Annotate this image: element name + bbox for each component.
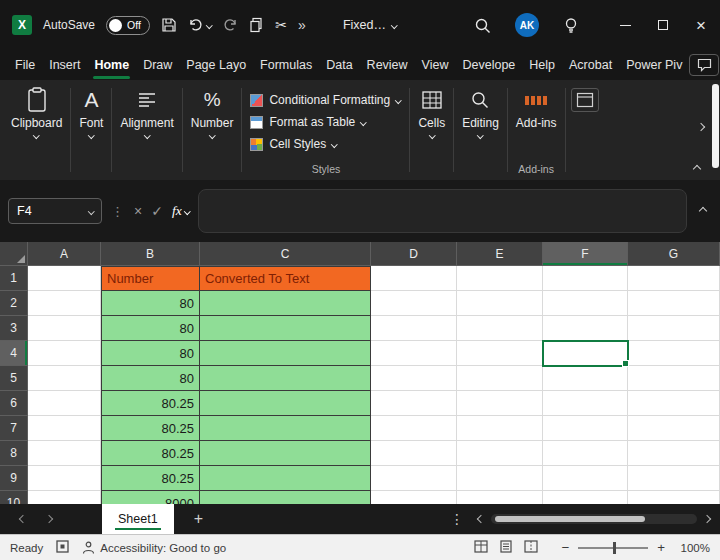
font-button[interactable]: A Font xyxy=(79,87,103,138)
cell-B8[interactable]: 80.25 xyxy=(101,441,200,466)
cell-B9[interactable]: 80.25 xyxy=(101,466,200,491)
cell-E4[interactable] xyxy=(457,341,543,366)
ribbon-tab-develope[interactable]: Develope xyxy=(455,50,522,80)
redo-button[interactable] xyxy=(222,17,238,33)
cell-G1[interactable] xyxy=(628,266,720,291)
cell-G2[interactable] xyxy=(628,291,720,316)
ribbon-tab-home[interactable]: Home xyxy=(87,50,136,80)
cell-E3[interactable] xyxy=(457,316,543,341)
alignment-button[interactable]: Alignment xyxy=(120,87,173,138)
cell-B4[interactable]: 80 xyxy=(101,341,200,366)
minimize-button[interactable] xyxy=(606,0,644,50)
tips-button[interactable] xyxy=(563,17,579,34)
cell-B2[interactable]: 80 xyxy=(101,291,200,316)
cell-C10[interactable] xyxy=(200,491,371,504)
row-header-4[interactable]: 4 xyxy=(0,341,28,366)
cell-F9[interactable] xyxy=(543,466,628,491)
cell-A8[interactable] xyxy=(28,441,101,466)
cell-G4[interactable] xyxy=(628,341,720,366)
name-box[interactable]: F4 xyxy=(8,198,102,224)
row-header-1[interactable]: 1 xyxy=(0,266,28,291)
cell-E2[interactable] xyxy=(457,291,543,316)
cell-D8[interactable] xyxy=(371,441,457,466)
scroll-right-icon[interactable] xyxy=(703,515,711,523)
cell-B1[interactable]: Number xyxy=(101,266,200,291)
ribbon-tab-formulas[interactable]: Formulas xyxy=(253,50,319,80)
cell-B5[interactable]: 80 xyxy=(101,366,200,391)
cell-G9[interactable] xyxy=(628,466,720,491)
cell-C8[interactable] xyxy=(200,441,371,466)
copy-button[interactable] xyxy=(249,17,264,33)
avatar[interactable]: AK xyxy=(515,13,539,37)
column-header-F[interactable]: F xyxy=(543,242,628,266)
cells-button[interactable]: Cells xyxy=(418,87,445,138)
save-button[interactable] xyxy=(161,17,177,33)
document-name[interactable]: Fixed… xyxy=(343,18,397,32)
cut-button[interactable]: ✂ xyxy=(275,17,287,33)
conditional-formatting-button[interactable]: Conditional Formatting xyxy=(250,89,400,111)
cell-F6[interactable] xyxy=(543,391,628,416)
cell-F8[interactable] xyxy=(543,441,628,466)
row-header-6[interactable]: 6 xyxy=(0,391,28,416)
cell-D3[interactable] xyxy=(371,316,457,341)
cell-G8[interactable] xyxy=(628,441,720,466)
scroll-left-icon[interactable] xyxy=(477,515,485,523)
cell-B7[interactable]: 80.25 xyxy=(101,416,200,441)
scrollbar-track[interactable] xyxy=(491,514,697,524)
row-header-2[interactable]: 2 xyxy=(0,291,28,316)
cancel-button[interactable]: × xyxy=(134,203,142,219)
cell-B6[interactable]: 80.25 xyxy=(101,391,200,416)
cell-F3[interactable] xyxy=(543,316,628,341)
column-header-C[interactable]: C xyxy=(200,242,371,266)
zoom-slider-thumb[interactable] xyxy=(613,542,616,554)
cell-D5[interactable] xyxy=(371,366,457,391)
cell-B3[interactable]: 80 xyxy=(101,316,200,341)
cell-G7[interactable] xyxy=(628,416,720,441)
cell-C4[interactable] xyxy=(200,341,371,366)
add-sheet-button[interactable]: + xyxy=(194,510,203,528)
cell-A3[interactable] xyxy=(28,316,101,341)
sheet-nav-right-icon[interactable] xyxy=(36,516,62,522)
zoom-level[interactable]: 100% xyxy=(674,542,710,554)
cell-E7[interactable] xyxy=(457,416,543,441)
cell-D7[interactable] xyxy=(371,416,457,441)
cell-A9[interactable] xyxy=(28,466,101,491)
cell-A7[interactable] xyxy=(28,416,101,441)
cell-A10[interactable] xyxy=(28,491,101,504)
ribbon-tab-help[interactable]: Help xyxy=(522,50,562,80)
scrollbar-thumb[interactable] xyxy=(495,516,645,522)
column-header-B[interactable]: B xyxy=(101,242,200,266)
ribbon-tab-review[interactable]: Review xyxy=(360,50,415,80)
close-button[interactable]: × xyxy=(682,0,720,50)
cell-G3[interactable] xyxy=(628,316,720,341)
comments-button[interactable] xyxy=(689,54,719,76)
cell-F7[interactable] xyxy=(543,416,628,441)
cell-E10[interactable] xyxy=(457,491,543,504)
vertical-scrollbar[interactable] xyxy=(712,84,719,168)
cell-D9[interactable] xyxy=(371,466,457,491)
cell-E9[interactable] xyxy=(457,466,543,491)
number-button[interactable]: % Number xyxy=(191,87,234,138)
cell-D10[interactable] xyxy=(371,491,457,504)
column-header-E[interactable]: E xyxy=(457,242,543,266)
autosave-toggle[interactable]: Off xyxy=(106,16,150,35)
toolbar-overflow-button[interactable]: » xyxy=(298,17,306,33)
cell-B10[interactable]: 8000 xyxy=(101,491,200,504)
editing-button[interactable]: Editing xyxy=(462,87,499,138)
formula-input[interactable] xyxy=(198,189,687,233)
cell-E6[interactable] xyxy=(457,391,543,416)
ribbon-tab-data[interactable]: Data xyxy=(319,50,359,80)
more-options-icon[interactable]: ⋮ xyxy=(450,511,464,527)
cell-G5[interactable] xyxy=(628,366,720,391)
analyze-data-button[interactable] xyxy=(571,88,599,112)
insert-function-button[interactable]: fx xyxy=(172,203,189,219)
cell-C3[interactable] xyxy=(200,316,371,341)
cell-C2[interactable] xyxy=(200,291,371,316)
search-button[interactable] xyxy=(474,17,491,34)
addins-button[interactable]: Add-ins xyxy=(516,87,557,130)
format-as-table-button[interactable]: Format as Table xyxy=(250,111,365,133)
expand-formula-bar-icon[interactable] xyxy=(699,207,707,215)
cell-F2[interactable] xyxy=(543,291,628,316)
column-header-D[interactable]: D xyxy=(371,242,457,266)
cell-F4[interactable] xyxy=(543,341,628,366)
